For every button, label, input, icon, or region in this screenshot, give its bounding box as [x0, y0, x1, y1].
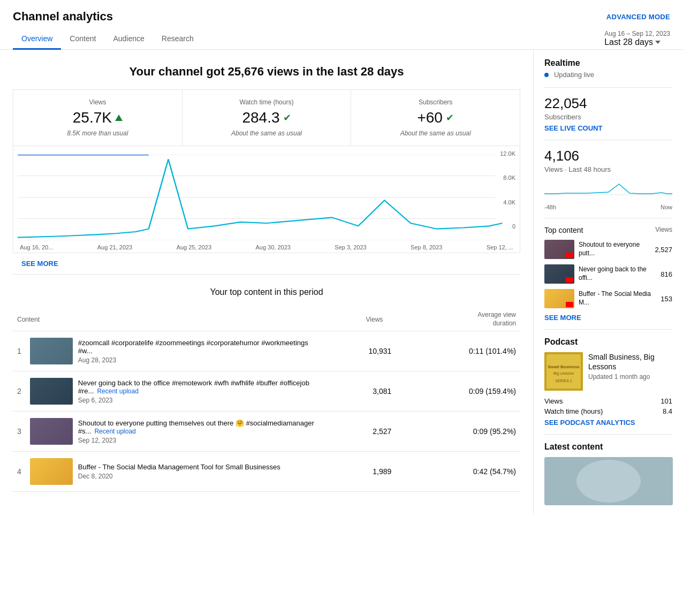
top-item-views: 816: [661, 270, 672, 278]
content-title: Never going back to the office #remotewo…: [78, 379, 315, 395]
content-cell[interactable]: #zoomcall #corporatelife #zoommeetings #…: [26, 331, 320, 371]
chart-label-48h: -48h: [544, 204, 556, 210]
y-label-4k: 4.0K: [500, 199, 515, 206]
content-cell[interactable]: Never going back to the office #remotewo…: [26, 371, 320, 412]
top-content-header: Top content Views: [544, 226, 672, 234]
duration-cell: 0:42 (54.7%): [396, 452, 520, 492]
chart-area: 12.0K 8.0K 4.0K 0: [13, 146, 520, 253]
top-content-item[interactable]: Never going back to the offi... 816: [544, 264, 672, 284]
content-date: Dec 8, 2020: [78, 473, 280, 480]
x-label-7: Sep 12, ...: [487, 244, 513, 250]
metric-subscribers: Subscribers +60 ✔ About the same as usua…: [351, 90, 520, 146]
latest-content-section: Latest content: [544, 442, 672, 505]
top-content-heading: Your top content in this period: [13, 287, 520, 297]
date-selector[interactable]: Aug 16 – Sep 12, 2023 Last 28 days: [604, 30, 670, 47]
recent-badge: Recent upload: [97, 387, 138, 395]
podcast-name: Small Business, Big Lessons: [588, 352, 672, 371]
podcast-card: Small Business Big Lessons SERIES 1 Smal…: [544, 352, 672, 391]
top-thumb: [544, 240, 574, 259]
x-label-3: Aug 25, 2023: [177, 244, 211, 250]
content-info: Shoutout to everyone putting themselves …: [30, 418, 315, 445]
realtime-section: Realtime Updating live: [544, 58, 672, 79]
views-label: Views · Last 48 hours: [544, 165, 672, 173]
metric-views-value: 25.7K: [24, 109, 171, 126]
check-icon: ✔: [283, 112, 291, 124]
podcast-info: Small Business, Big Lessons Updated 1 mo…: [588, 352, 672, 381]
tab-research[interactable]: Research: [153, 29, 202, 50]
content-info: #zoomcall #corporatelife #zoommeetings #…: [30, 338, 315, 364]
content-text: #zoomcall #corporatelife #zoommeetings #…: [78, 339, 315, 364]
svg-point-13: [576, 460, 641, 503]
top-content-item[interactable]: Shoutout to everyone putt... 2,527: [544, 240, 672, 259]
col-views: Views: [320, 308, 396, 331]
live-label: Updating live: [554, 71, 594, 79]
see-podcast-analytics-link[interactable]: SEE PODCAST ANALYTICS: [544, 419, 672, 427]
chart-heading: Your channel got 25,676 views in the las…: [13, 50, 520, 89]
podcast-updated: Updated 1 month ago: [588, 373, 672, 381]
content-date: Sep 6, 2023: [78, 397, 315, 404]
mini-chart: [544, 179, 672, 200]
tab-content[interactable]: Content: [61, 29, 104, 50]
views-cell: 3,081: [320, 371, 396, 412]
chart-x-labels: Aug 16, 20... Aug 21, 2023 Aug 25, 2023 …: [18, 244, 515, 250]
table-row: 1 #zoomcall #corporatelife #zoommeetings…: [13, 331, 520, 371]
rank-cell: 3: [13, 412, 26, 452]
recent-badge: Recent upload: [94, 428, 135, 435]
top-thumb: [544, 264, 574, 284]
see-more-realtime-link[interactable]: SEE MORE: [544, 314, 672, 322]
top-content-block: Top content Views Shoutout to everyone p…: [544, 226, 672, 322]
table-row: 4 Buffer - The Social Media Management T…: [13, 452, 520, 492]
podcast-stat-watchtime: Watch time (hours) 8.4: [544, 407, 672, 415]
views-cell: 2,527: [320, 412, 396, 452]
page-title: Channel analytics: [13, 10, 113, 24]
latest-thumb-art: [544, 457, 673, 505]
top-item-views: 2,527: [655, 246, 672, 254]
right-panel: Realtime Updating live 22,054 Subscriber…: [533, 50, 683, 514]
top-item-title: Buffer - The Social Media M...: [579, 290, 656, 307]
views-cell: 10,931: [320, 331, 396, 371]
content-cell[interactable]: Buffer - The Social Media Management Too…: [26, 452, 320, 492]
subscribers-count: 22,054: [544, 95, 672, 112]
top-content-item[interactable]: Buffer - The Social Media M... 153: [544, 289, 672, 308]
thumbnail: [30, 338, 73, 364]
content-info: Never going back to the office #remotewo…: [30, 378, 315, 405]
podcast-thumb-art: Small Business Big Lessons SERIES 1: [544, 352, 583, 391]
page-header: Channel analytics ADVANCED MODE: [0, 0, 683, 24]
top-items-list: Shoutout to everyone putt... 2,527 Never…: [544, 240, 672, 308]
y-label-0: 0: [500, 223, 515, 230]
nav-bar: Overview Content Audience Research: [0, 29, 683, 50]
svg-text:Big Lessons: Big Lessons: [553, 371, 574, 376]
top-item-views: 153: [661, 295, 672, 303]
see-more-link[interactable]: SEE MORE: [13, 253, 520, 274]
tab-overview[interactable]: Overview: [13, 29, 61, 50]
top-thumb: [544, 289, 574, 308]
svg-text:Small Business: Small Business: [548, 364, 580, 369]
see-live-count-link[interactable]: SEE LIVE COUNT: [544, 124, 672, 132]
rank-cell: 1: [13, 331, 26, 371]
metric-subscribers-value: +60 ✔: [362, 109, 509, 126]
podcast-stat-views: Views 101: [544, 397, 672, 405]
metrics-row: Views 25.7K 8.5K more than usual Watch t…: [13, 89, 520, 146]
x-label-5: Sep 3, 2023: [335, 244, 366, 250]
tab-audience[interactable]: Audience: [104, 29, 153, 50]
live-indicator: Updating live: [544, 70, 672, 79]
content-date: Aug 28, 2023: [78, 356, 315, 364]
col-avg-duration: Average view duration: [396, 308, 520, 331]
latest-thumb: [544, 457, 673, 505]
content-title: Buffer - The Social Media Management Too…: [78, 463, 280, 471]
chevron-down-icon: [655, 41, 661, 44]
rank-cell: 4: [13, 452, 26, 492]
content-text: Buffer - The Social Media Management Too…: [78, 463, 280, 480]
date-range-label: Aug 16 – Sep 12, 2023: [604, 30, 670, 37]
advanced-mode-button[interactable]: ADVANCED MODE: [606, 13, 670, 21]
metric-views: Views 25.7K 8.5K more than usual: [13, 90, 183, 146]
podcast-title: Podcast: [544, 337, 672, 347]
metric-views-sub: 8.5K more than usual: [24, 130, 171, 137]
arrow-up-icon: [115, 115, 123, 121]
latest-title: Latest content: [544, 442, 672, 452]
date-range-value[interactable]: Last 28 days: [604, 37, 670, 47]
views-block: 4,106 Views · Last 48 hours -48h Now: [544, 148, 672, 210]
views-cell: 1,989: [320, 452, 396, 492]
play-icon: [566, 253, 573, 258]
content-cell[interactable]: Shoutout to everyone putting themselves …: [26, 412, 320, 452]
